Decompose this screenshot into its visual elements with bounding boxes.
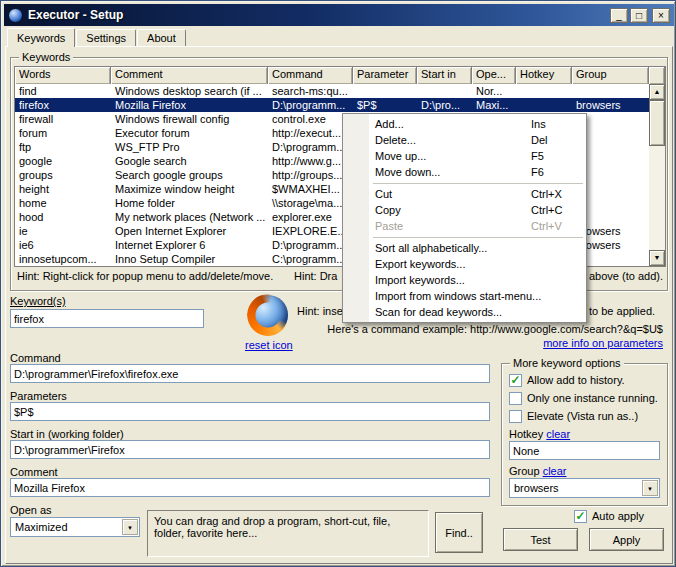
minimize-button[interactable]: _ [610, 8, 628, 23]
table-cell: hood [15, 210, 111, 224]
keyword-input[interactable] [10, 309, 204, 328]
reset-icon-link[interactable]: reset icon [245, 339, 293, 351]
option-checkbox-row[interactable]: ✓Allow add to history. [509, 373, 664, 387]
table-cell: Windows desktop search (if ... [111, 84, 268, 98]
dragdrop-area[interactable]: You can drag and drop a program, short-c… [147, 510, 429, 557]
table-cell: Windows firewall config [111, 112, 268, 126]
table-row[interactable]: firefoxMozilla FirefoxD:\programm...$P$D… [15, 98, 649, 112]
column-header[interactable]: Ope... [472, 67, 516, 84]
find-button[interactable]: Find.. [435, 512, 483, 553]
menu-item[interactable]: CutCtrl+X [343, 186, 586, 202]
column-header[interactable]: Hotkey [516, 67, 572, 84]
tab-keywords[interactable]: Keywords [7, 28, 75, 47]
menu-item[interactable]: Export keywords... [343, 256, 586, 272]
scrollbar-thumb[interactable] [649, 100, 665, 146]
command-example-text: Here's a command example: http://www.goo… [327, 323, 663, 335]
option-checkbox-row[interactable]: Elevate (Vista run as..) [509, 409, 664, 423]
table-cell: Inno Setup Compiler [111, 252, 268, 266]
hotkey-clear-link[interactable]: clear [546, 428, 570, 440]
menu-item[interactable]: Sort all alphabetically... [343, 240, 586, 256]
table-cell: Home folder [111, 196, 268, 210]
menu-item-shortcut: Ctrl+X [531, 186, 562, 202]
maximize-button[interactable]: □ [630, 8, 648, 23]
auto-apply-checkbox[interactable]: ✓ [574, 510, 587, 523]
table-cell: D:\pro... [417, 98, 472, 112]
menu-item-label: Scan for dead keywords... [375, 306, 502, 318]
apply-button[interactable]: Apply [589, 528, 664, 551]
checkbox-label: Elevate (Vista run as..) [527, 410, 638, 422]
test-button[interactable]: Test [503, 528, 578, 551]
checkbox[interactable]: ✓ [509, 374, 522, 387]
menu-item-shortcut: F5 [531, 148, 544, 164]
command-input[interactable] [10, 364, 490, 383]
table-cell: ie6 [15, 238, 111, 252]
column-header[interactable]: Words [15, 67, 111, 84]
parameters-label: Parameters [10, 390, 67, 402]
menu-item-label: Add... [375, 118, 404, 130]
table-cell: C:\programm... [268, 252, 353, 266]
chevron-down-icon[interactable]: ▼ [122, 519, 138, 535]
comment-label: Comment [10, 466, 58, 478]
scroll-up-icon[interactable]: ▲ [649, 84, 665, 100]
menu-item[interactable]: Move up...F5 [343, 148, 586, 164]
table-cell: firewall [15, 112, 111, 126]
options-checkboxes: ✓Allow add to history.Only one instance … [509, 373, 664, 427]
column-header[interactable]: Command [268, 67, 353, 84]
scroll-down-icon[interactable]: ▼ [649, 250, 665, 266]
table-cell: $P$ [353, 98, 417, 112]
more-info-link[interactable]: more info on parameters [543, 337, 663, 349]
titlebar: Executor - Setup _ □ × [4, 4, 674, 26]
close-button[interactable]: × [652, 8, 670, 23]
menu-item[interactable]: Import keywords... [343, 272, 586, 288]
comment-input[interactable] [10, 478, 490, 497]
table-cell: Google search [111, 154, 268, 168]
chevron-down-icon[interactable]: ▼ [642, 480, 658, 496]
table-cell: Executor forum [111, 126, 268, 140]
menu-item[interactable]: Delete...Del [343, 132, 586, 148]
hotkey-input[interactable] [509, 441, 660, 460]
checkbox[interactable] [509, 410, 522, 423]
menu-item[interactable]: CopyCtrl+C [343, 202, 586, 218]
column-header[interactable]: Parameter [353, 67, 417, 84]
option-checkbox-row[interactable]: Only one instance running. [509, 391, 664, 405]
column-header-filler [649, 67, 665, 84]
table-cell: search-ms:qu... [268, 84, 353, 98]
column-header[interactable]: Group [572, 67, 649, 84]
command-label: Command [10, 352, 61, 364]
auto-apply-row[interactable]: ✓ Auto apply [574, 509, 644, 523]
hint-drag-fragment-end: above (to add). [589, 270, 663, 282]
column-header[interactable]: Start in [417, 67, 472, 84]
checkbox[interactable] [509, 392, 522, 405]
open-as-select[interactable]: Maximized ▼ [10, 517, 140, 537]
table-cell: Nor... [472, 84, 516, 98]
table-scrollbar[interactable]: ▲ ▼ [649, 84, 665, 266]
firefox-icon [248, 295, 288, 335]
startin-input[interactable] [10, 440, 490, 459]
table-cell: My network places (Network ... [111, 210, 268, 224]
menu-item-label: Cut [375, 188, 392, 200]
group-clear-link[interactable]: clear [543, 465, 567, 477]
group-select[interactable]: browsers ▼ [509, 478, 660, 498]
menu-item[interactable]: Import from windows start-menu... [343, 288, 586, 304]
table-cell [572, 84, 649, 98]
hint-insert-fragment-end: to be applied. [589, 305, 655, 317]
table-cell: Maximize window height [111, 182, 268, 196]
parameters-input[interactable] [10, 402, 490, 421]
tab-about[interactable]: About [137, 29, 186, 46]
menu-item[interactable]: Move down...F6 [343, 164, 586, 180]
keyword-label: Keyword(s) [10, 295, 66, 307]
menu-item[interactable]: Add...Ins [343, 116, 586, 132]
openas-label: Open as [10, 504, 52, 516]
startin-label: Start in (working folder) [10, 428, 124, 440]
menu-item-label: Copy [375, 204, 401, 216]
column-header[interactable]: Comment [111, 67, 268, 84]
tab-settings[interactable]: Settings [76, 29, 136, 46]
table-cell: Maxi... [472, 98, 516, 112]
menu-item-label: Move down... [375, 166, 440, 178]
menu-item-shortcut: Ctrl+C [531, 202, 562, 218]
group-label: Group clear [509, 465, 566, 477]
table-cell: browsers [572, 98, 649, 112]
table-cell: WS_FTP Pro [111, 140, 268, 154]
table-row[interactable]: findWindows desktop search (if ...search… [15, 84, 649, 98]
menu-item[interactable]: Scan for dead keywords... [343, 304, 586, 320]
